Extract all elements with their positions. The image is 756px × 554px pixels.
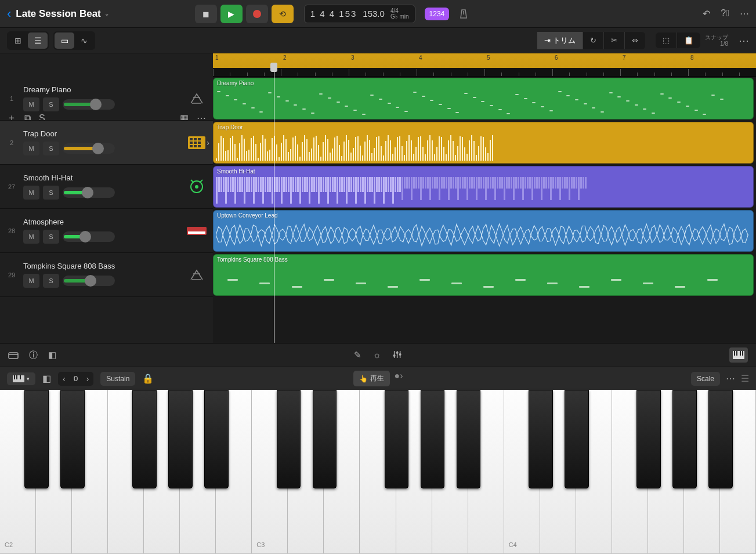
black-key[interactable] — [277, 390, 301, 488]
black-key[interactable] — [529, 390, 553, 488]
record-button[interactable] — [246, 5, 268, 23]
volume-slider[interactable] — [63, 231, 115, 242]
black-key[interactable] — [457, 390, 481, 488]
track-row[interactable]: 2 Trap Door M S › — [0, 121, 213, 165]
cycle-button[interactable]: ⟲ — [272, 5, 294, 23]
track-row[interactable]: 27 Smooth Hi-Hat M S — [0, 165, 213, 209]
octave-down-button[interactable]: ‹ — [63, 374, 66, 383]
grid-view-button[interactable]: ⊞ — [8, 32, 28, 49]
instrument-icon[interactable] — [186, 220, 207, 241]
solo-button[interactable]: S — [43, 274, 59, 288]
black-key[interactable] — [132, 390, 157, 488]
black-key[interactable] — [313, 390, 337, 488]
black-key[interactable] — [636, 390, 661, 488]
region[interactable]: Smooth Hi-Hat — [213, 166, 754, 208]
record-enable-icon[interactable]: ●› — [395, 371, 403, 386]
octave-up-button[interactable]: › — [86, 374, 89, 383]
list-view-button[interactable]: ☰ — [28, 32, 48, 49]
more-icon[interactable]: ⋯ — [740, 8, 749, 19]
automation-view-button[interactable]: ∿ — [74, 32, 94, 49]
svg-rect-2 — [194, 138, 197, 140]
black-key[interactable] — [421, 390, 445, 488]
info-icon[interactable]: ⓘ — [29, 350, 38, 361]
track-row[interactable]: 29 Tompkins Square 808 Bass M S — [0, 253, 213, 297]
split-tool[interactable]: ✂ — [604, 32, 625, 49]
solo-button[interactable]: S — [43, 97, 59, 111]
trim-icon: ⇥ — [544, 36, 551, 45]
playhead[interactable] — [274, 64, 274, 343]
region-view-button[interactable]: ▭ — [55, 32, 74, 49]
snap-display[interactable]: スナップ 1/8 — [705, 34, 728, 47]
solo-button[interactable]: S — [43, 186, 59, 200]
black-key[interactable] — [60, 390, 85, 488]
play-mode-button[interactable]: 👆 再生 — [353, 371, 390, 386]
mute-button[interactable]: M — [23, 186, 39, 200]
paste-tool[interactable]: 📋 — [677, 32, 700, 48]
volume-slider[interactable] — [63, 143, 115, 154]
lock-icon[interactable]: 🔒 — [142, 373, 154, 384]
region[interactable]: Tompkins Square 808 Bass — [213, 254, 754, 296]
scale-button[interactable]: Scale — [691, 372, 720, 386]
region[interactable]: Dreamy Piano — [213, 78, 754, 120]
mute-button[interactable]: M — [23, 274, 39, 288]
select-tool[interactable]: ⬚ — [656, 32, 677, 48]
track-list: ＋ ⧉ S ▦ ⋯ 1 Dreamy Piano M S 2 Trap Door — [0, 53, 213, 343]
black-key[interactable] — [672, 390, 697, 488]
region[interactable]: Trap Door — [213, 122, 754, 164]
mute-button[interactable]: M — [23, 230, 39, 244]
svg-rect-5 — [194, 142, 197, 144]
timeline-ruler[interactable]: 123456789 — [213, 53, 756, 77]
solo-button[interactable]: S — [43, 142, 59, 155]
arrange-area[interactable]: 123456789 Dreamy PianoTrap DoorSmooth Hi… — [213, 53, 756, 343]
lcd-display[interactable]: 1 4 4 153 153.0 4/4 G♭ min — [304, 5, 415, 23]
keyboard-type-button[interactable]: ▾ — [7, 372, 35, 385]
track-row[interactable]: 1 Dreamy Piano M S — [0, 77, 213, 121]
mute-button[interactable]: M — [23, 97, 39, 111]
trim-tool[interactable]: ⇥ トリム — [537, 32, 583, 49]
instrument-icon[interactable] — [186, 132, 207, 153]
brightness-icon[interactable]: ☼ — [373, 350, 381, 360]
panel-left-icon[interactable]: ◧ — [48, 350, 56, 360]
help-icon[interactable]: ?⃝ — [721, 8, 729, 19]
black-key[interactable] — [204, 390, 229, 488]
count-in-button[interactable]: 1234 — [425, 8, 450, 20]
mute-button[interactable]: M — [23, 142, 39, 155]
black-key[interactable] — [565, 390, 589, 488]
piano-keyboard[interactable]: C2C3C4 — [0, 390, 756, 554]
keyboard-view-button[interactable] — [729, 347, 748, 363]
volume-slider[interactable] — [63, 276, 115, 286]
volume-slider[interactable] — [63, 99, 115, 110]
track-row[interactable]: 28 Atmosphere M S — [0, 209, 213, 253]
expand-chevron-icon[interactable]: › — [207, 138, 209, 147]
solo-button[interactable]: S — [43, 230, 59, 244]
drag-handle-icon[interactable]: ☰ — [741, 373, 749, 384]
toolbar-more-icon[interactable]: ⋯ — [739, 34, 749, 47]
panel-toggle-icon[interactable]: ◧ — [42, 373, 51, 384]
black-key[interactable] — [385, 390, 409, 488]
sustain-button[interactable]: Sustain — [100, 372, 135, 386]
editor-panel: ⓘ ◧ ✎ ☼ ▾ ◧ ‹ 0 › Sustain 🔒 — [0, 343, 756, 554]
undo-icon[interactable]: ↶ — [703, 8, 710, 19]
black-key[interactable] — [708, 390, 733, 488]
instrument-icon[interactable] — [186, 88, 207, 109]
volume-slider[interactable] — [63, 187, 115, 198]
black-key[interactable] — [168, 390, 193, 488]
region[interactable]: Uptown Conveyor Lead — [213, 210, 754, 252]
move-tool[interactable]: ⇔ — [625, 32, 645, 49]
project-title[interactable]: Late Session Beat ⌄ — [16, 8, 108, 20]
keyboard-more-icon[interactable]: ⋯ — [726, 373, 735, 384]
pencil-icon[interactable]: ✎ — [354, 350, 361, 360]
instrument-icon[interactable] — [186, 265, 207, 285]
instrument-icon[interactable] — [186, 176, 207, 197]
svg-rect-26 — [20, 375, 21, 379]
bar-number: 8 — [690, 55, 694, 61]
library-icon[interactable] — [8, 351, 19, 359]
stop-button[interactable]: ◼ — [195, 5, 217, 23]
back-button[interactable]: ‹ — [7, 6, 11, 21]
mixer-icon[interactable] — [393, 350, 402, 360]
play-button[interactable]: ▶ — [220, 5, 243, 23]
clipboard-tools: ⬚ 📋 — [656, 32, 700, 48]
loop-tool[interactable]: ↻ — [583, 32, 604, 49]
metronome-icon[interactable] — [458, 9, 469, 19]
black-key[interactable] — [24, 390, 49, 488]
